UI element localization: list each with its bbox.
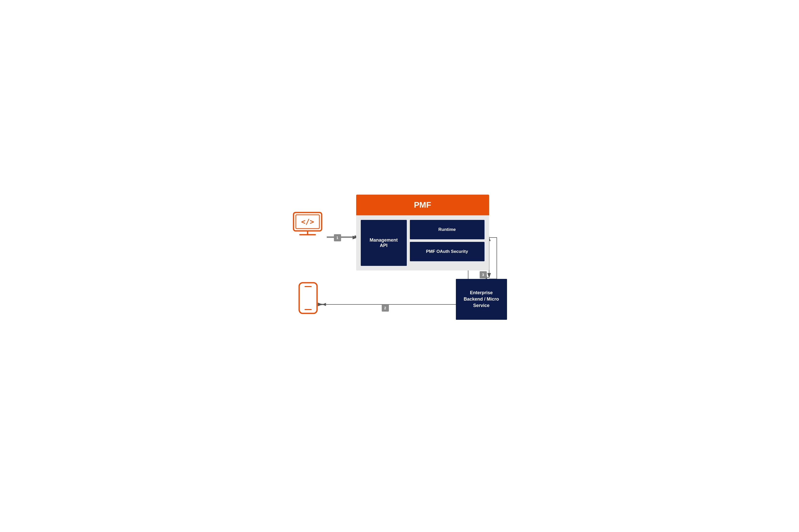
enterprise-backend-box: EnterpriseBackend / MicroService bbox=[456, 279, 507, 320]
mobile-icon bbox=[298, 282, 318, 316]
pmf-title: PMF bbox=[356, 195, 489, 215]
diagram-container: </> PMF ManagementAPI Runtime PMF OAuth … bbox=[285, 187, 515, 345]
pmf-container: PMF ManagementAPI Runtime PMF OAuth Secu… bbox=[356, 195, 489, 270]
developer-icon: </> bbox=[292, 211, 323, 239]
oauth-box: PMF OAuth Security bbox=[410, 242, 485, 261]
step-badge-3: 3 bbox=[480, 271, 487, 279]
svg-text:</>: </> bbox=[301, 217, 314, 226]
arrow-2-head bbox=[322, 304, 324, 305]
runtime-box: Runtime bbox=[410, 220, 485, 239]
enterprise-backend-label: EnterpriseBackend / MicroService bbox=[464, 290, 499, 309]
svg-rect-8 bbox=[299, 283, 317, 314]
runtime-stack: Runtime PMF OAuth Security bbox=[410, 220, 485, 266]
step-badge-2: 2 bbox=[382, 304, 389, 311]
management-api-box: ManagementAPI bbox=[361, 220, 407, 266]
management-api-label: ManagementAPI bbox=[369, 238, 398, 248]
pmf-inner-content: ManagementAPI Runtime PMF OAuth Security bbox=[356, 215, 489, 270]
step-badge-1: 1 bbox=[334, 234, 341, 241]
right-side-connector bbox=[489, 238, 497, 279]
